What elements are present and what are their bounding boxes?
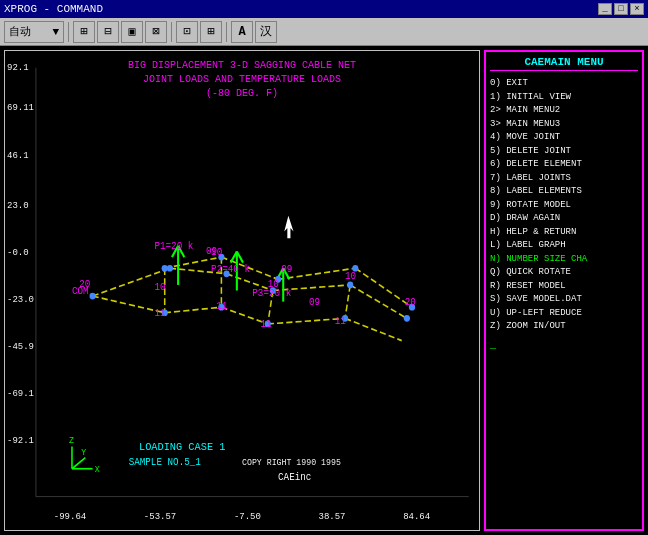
menu-item-3[interactable]: 3> MAIN MENU3 [490,118,638,132]
titlebar-controls: _ □ × [598,3,644,15]
svg-text:10: 10 [154,282,165,293]
svg-text:COPY RIGHT 1990 1995: COPY RIGHT 1990 1995 [242,458,341,468]
svg-text:LOADING CASE 1: LOADING CASE 1 [139,440,225,452]
x-label-4: 84.64 [403,512,430,522]
svg-text:11: 11 [216,301,227,312]
toolbar-icon-6[interactable]: ⊞ [200,21,222,43]
toolbar-icon-2[interactable]: ⊟ [97,21,119,43]
menu-item-4[interactable]: 4) MOVE JOINT [490,131,638,145]
x-label-3: 38.57 [319,512,346,522]
menu-item-5[interactable]: 5) DELETE JOINT [490,145,638,159]
svg-text:CAEinc: CAEinc [278,472,312,483]
toolbar-separator-2 [171,22,172,42]
toolbar-icon-1[interactable]: ⊞ [73,21,95,43]
toolbar-icon-text[interactable]: A [231,21,253,43]
svg-line-6 [165,307,222,313]
menu-item-7[interactable]: 7) LABEL JOINTS [490,172,638,186]
svg-text:X: X [95,465,100,475]
svg-text:11: 11 [154,308,165,319]
toolbar-dropdown[interactable]: 自动 ▼ [4,21,64,43]
menu-item-u[interactable]: U) UP-LEFT REDUCE [490,307,638,321]
menu-item-h[interactable]: H) HELP & RETURN [490,226,638,240]
svg-line-15 [345,318,402,340]
toolbar: 自动 ▼ ⊞ ⊟ ▣ ⊠ ⊡ ⊞ A 汉 [0,18,648,46]
menu-item-2[interactable]: 2> MAIN MENU2 [490,104,638,118]
svg-text:P3=20 k: P3=20 k [252,288,291,299]
svg-text:20: 20 [405,297,416,308]
titlebar-title: XPROG - COMMAND [4,3,103,15]
svg-point-39 [347,282,353,289]
svg-text:09: 09 [206,245,217,256]
svg-text:11: 11 [261,319,272,330]
prompt-symbol: _ [490,340,496,351]
svg-point-31 [167,265,173,272]
svg-line-64 [72,458,85,469]
toolbar-separator [68,22,69,42]
menu-title: CAEMAIN MENU [490,56,638,71]
menu-item-l[interactable]: L) LABEL GRAPH [490,239,638,253]
svg-line-19 [345,285,350,318]
svg-text:Z: Z [69,436,74,446]
x-label-1: -53.57 [144,512,176,522]
svg-line-12 [268,318,345,324]
x-label-0: -99.64 [54,512,86,522]
toolbar-icon-chinese[interactable]: 汉 [255,21,277,43]
minimize-button[interactable]: _ [598,3,612,15]
x-label-2: -7.50 [234,512,261,522]
svg-text:SAMPLE NO.5_1: SAMPLE NO.5_1 [129,457,201,468]
x-axis-labels: -99.64 -53.57 -7.50 38.57 84.64 [5,512,479,522]
toolbar-icon-5[interactable]: ⊡ [176,21,198,43]
menu-item-8[interactable]: 8) LABEL ELEMENTS [490,185,638,199]
svg-text:P2=40 k: P2=40 k [211,263,250,274]
menu-item-z[interactable]: Z) ZOOM IN/OUT [490,320,638,334]
svg-point-42 [404,315,410,322]
svg-text:09: 09 [281,263,292,274]
svg-line-14 [350,285,407,318]
svg-text:Y: Y [81,448,86,458]
svg-text:10: 10 [345,271,356,282]
menu-item-9[interactable]: 9) ROTATE MODEL [490,199,638,213]
menu-item-q[interactable]: Q) QUICK ROTATE [490,266,638,280]
menu-item-6[interactable]: 6) DELETE ELEMENT [490,158,638,172]
right-panel: CAEMAIN MENU 0) EXIT 1) INITIAL VIEW 2> … [484,50,644,531]
svg-marker-61 [284,216,293,238]
menu-prompt: _ [490,340,638,351]
toolbar-icon-4[interactable]: ⊠ [145,21,167,43]
menu-item-0[interactable]: 0) EXIT [490,77,638,91]
toolbar-icon-3[interactable]: ▣ [121,21,143,43]
close-button[interactable]: × [630,3,644,15]
menu-item-s[interactable]: S) SAVE MODEL.DAT [490,293,638,307]
svg-text:20: 20 [79,279,90,290]
svg-line-13 [355,268,412,307]
drawing-canvas: COM 20 10 11 10 11 10 11 10 11 20 P1=20 … [5,51,479,530]
viewport[interactable]: 92.1 69.11 46.1 23.0 -0.0 -23.0 -45.9 -6… [4,50,480,531]
titlebar: XPROG - COMMAND _ □ × [0,0,648,18]
menu-item-1[interactable]: 1) INITIAL VIEW [490,91,638,105]
maximize-button[interactable]: □ [614,3,628,15]
menu-item-r[interactable]: R) RESET MODEL [490,280,638,294]
svg-text:P1=20 k: P1=20 k [154,241,193,252]
svg-text:09: 09 [309,297,320,308]
main-area: 92.1 69.11 46.1 23.0 -0.0 -23.0 -45.9 -6… [0,46,648,535]
svg-text:11: 11 [335,316,346,327]
svg-point-29 [89,293,95,300]
toolbar-separator-3 [226,22,227,42]
menu-item-n[interactable]: N) NUMBER SIZE CHA [490,253,638,267]
menu-item-d[interactable]: D) DRAW AGAIN [490,212,638,226]
